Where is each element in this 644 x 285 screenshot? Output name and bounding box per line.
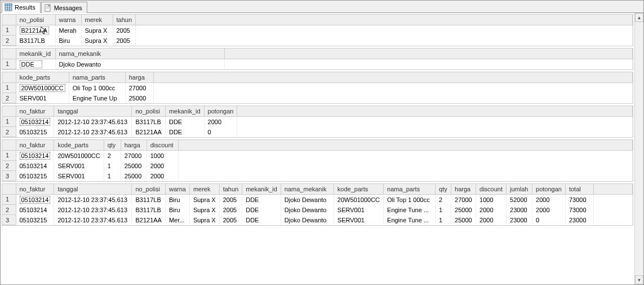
data-cell[interactable]: SERV001 [16, 93, 69, 103]
data-cell[interactable]: 0 [532, 215, 566, 225]
data-cell[interactable]: Biru [55, 36, 81, 46]
column-header[interactable]: mekanik_id [165, 106, 204, 116]
row-number-header[interactable] [2, 15, 16, 25]
row-number-cell[interactable]: 1 [2, 116, 16, 127]
data-cell[interactable]: 2012-12-10 23:37:45.613 [54, 205, 132, 215]
result-grid-grid3[interactable]: kode_partsnama_partsharga120W501000CCOli… [2, 72, 633, 104]
column-header[interactable]: tanggal [54, 184, 132, 194]
row-number-cell[interactable]: 2 [2, 205, 16, 215]
data-cell[interactable]: 1000 [146, 150, 178, 161]
row-number-header[interactable] [2, 49, 16, 59]
data-cell[interactable]: 1000 [476, 194, 507, 205]
data-cell[interactable]: 27000 [451, 194, 476, 205]
data-cell[interactable]: DDE [165, 127, 204, 137]
column-header[interactable]: nama_parts [384, 184, 436, 194]
data-cell[interactable]: 1 [104, 171, 121, 181]
column-header[interactable]: potongan [532, 184, 566, 194]
data-cell[interactable]: 2005 [219, 194, 242, 205]
column-header[interactable]: harga [451, 184, 476, 194]
column-header[interactable]: qty [436, 184, 451, 194]
vertical-scrollbar[interactable]: ▲ ▼ [634, 13, 643, 284]
column-header[interactable]: tanggal [54, 106, 132, 116]
data-cell[interactable]: 52000 [507, 194, 532, 205]
column-header[interactable]: jumlah [507, 184, 532, 194]
data-cell[interactable]: DDE [242, 205, 281, 215]
data-cell[interactable]: 25000 [451, 205, 476, 215]
result-grid-grid6[interactable]: no_fakturtanggalno_polisiwarnamerektahun… [2, 183, 633, 226]
data-cell[interactable]: 1 [104, 161, 121, 171]
data-cell[interactable]: 05103214 [16, 116, 54, 127]
data-cell[interactable]: 1 [436, 205, 451, 215]
data-cell[interactable]: SERV001 [334, 215, 383, 225]
data-cell[interactable]: B3117LB [132, 116, 165, 127]
data-cell[interactable]: 2000 [476, 215, 507, 225]
column-header[interactable]: tahun [113, 15, 136, 25]
result-grid-grid4[interactable]: no_fakturtanggalno_polisimekanik_idpoton… [2, 106, 633, 138]
data-cell[interactable]: 05103215 [16, 127, 54, 137]
data-cell[interactable]: SERV001 [54, 171, 104, 181]
scroll-down-button[interactable]: ▼ [635, 275, 643, 284]
table-row[interactable]: 1051032142012-12-10 23:37:45.613B3117LBD… [2, 116, 633, 127]
column-header[interactable]: no_polisi [16, 15, 55, 25]
table-row[interactable]: 2B3117LBBiruSupra X2005 [2, 36, 633, 46]
data-cell[interactable]: 2012-12-10 23:37:45.613 [54, 215, 132, 225]
row-number-cell[interactable]: 2 [2, 36, 16, 46]
data-cell[interactable]: 1 [436, 215, 451, 225]
row-number-cell[interactable]: 1 [2, 194, 16, 205]
column-header[interactable]: potongan [204, 106, 237, 116]
column-header[interactable]: tahun [219, 184, 242, 194]
data-cell[interactable]: B3117LB [16, 36, 55, 46]
row-number-cell[interactable]: 1 [2, 82, 16, 93]
data-cell[interactable]: Oli Top 1 000cc [69, 82, 125, 93]
data-cell[interactable]: 05103215 [16, 171, 54, 181]
table-row[interactable]: 10510321420W501000CC2270001000 [2, 150, 633, 161]
table-row[interactable]: 305103215SERV0011250002000 [2, 171, 633, 181]
data-cell[interactable]: B3117LB [132, 205, 165, 215]
column-header[interactable]: harga [125, 72, 153, 82]
data-cell[interactable]: B2121AA [132, 127, 165, 137]
data-cell[interactable]: Biru [165, 194, 189, 205]
table-row[interactable]: 2051032142012-12-10 23:37:45.613B3117LBB… [2, 205, 633, 215]
data-cell[interactable]: DDE [242, 215, 281, 225]
data-cell[interactable]: Supra X [189, 194, 219, 205]
data-cell[interactable]: 2005 [113, 25, 136, 36]
data-cell[interactable]: 23000 [507, 215, 532, 225]
data-cell[interactable]: 2012-12-10 23:37:45.613 [54, 127, 132, 137]
result-grid-grid5[interactable]: no_fakturkode_partsqtyhargadiscount10510… [2, 139, 633, 182]
data-cell[interactable]: Engine Tune Up [69, 93, 125, 103]
row-number-header[interactable] [2, 106, 16, 116]
row-number-header[interactable] [2, 72, 16, 82]
data-cell[interactable]: 27000 [121, 150, 146, 161]
data-cell[interactable]: Djoko Dewanto [55, 59, 224, 69]
data-cell[interactable]: 05103214 [16, 150, 54, 161]
data-cell[interactable]: 2000 [146, 171, 178, 181]
data-cell[interactable]: Biru [165, 205, 189, 215]
data-cell[interactable]: B2121AA [16, 25, 55, 36]
data-cell[interactable]: Engine Tune ... [384, 215, 436, 225]
column-header[interactable]: mekanik_id [16, 49, 55, 59]
data-cell[interactable]: 2000 [146, 161, 178, 171]
column-header[interactable]: no_faktur [16, 184, 54, 194]
column-header[interactable]: kode_parts [54, 140, 104, 150]
row-number-cell[interactable]: 1 [2, 59, 16, 69]
scroll-up-button[interactable]: ▲ [635, 13, 643, 22]
table-row[interactable]: 1B2121AAMerahSupra X2005 [2, 25, 633, 36]
data-cell[interactable]: 2012-12-10 23:37:45.613 [54, 116, 132, 127]
data-cell[interactable]: Supra X [81, 25, 113, 36]
data-cell[interactable]: B3117LB [132, 194, 165, 205]
data-cell[interactable]: 73000 [565, 205, 593, 215]
data-cell[interactable]: 05103214 [16, 194, 54, 205]
table-row[interactable]: 2SERV001Engine Tune Up25000 [2, 93, 633, 103]
column-header[interactable]: merek [189, 184, 219, 194]
data-cell[interactable]: Djoko Dewanto [281, 205, 334, 215]
data-cell[interactable]: SERV001 [334, 205, 383, 215]
result-grid-grid2[interactable]: mekanik_idnama_mekanik1DDEDjoko Dewanto [2, 48, 633, 70]
data-cell[interactable]: Engine Tune ... [384, 205, 436, 215]
data-cell[interactable]: 23000 [507, 205, 532, 215]
row-number-header[interactable] [2, 184, 16, 194]
column-header[interactable]: no_faktur [16, 106, 54, 116]
row-number-cell[interactable]: 3 [2, 215, 16, 225]
table-row[interactable]: 2051032152012-12-10 23:37:45.613B2121AAD… [2, 127, 633, 137]
tab-messages[interactable]: Messages [41, 2, 87, 13]
table-row[interactable]: 205103214SERV0011250002000 [2, 161, 633, 171]
